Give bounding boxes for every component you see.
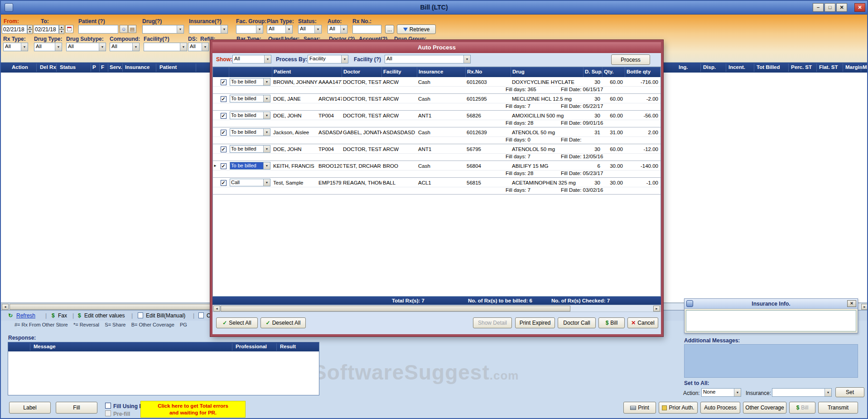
fill-button[interactable]: Fill (56, 402, 97, 414)
row-checkbox[interactable] (217, 146, 229, 152)
col-margin-2[interactable]: Margin (863, 64, 867, 70)
facility-select[interactable]: ▼ (144, 43, 187, 51)
row-checkbox[interactable] (217, 96, 229, 102)
to-date-spinner[interactable]: ▲▼ (59, 25, 64, 34)
scroll-thumb[interactable] (221, 306, 570, 312)
fax-button[interactable]: Fax (58, 312, 67, 319)
scroll-right-icon[interactable]: ► (653, 306, 660, 312)
select-all-button[interactable]: ✓Select All (216, 317, 258, 328)
edit-other-values-button[interactable]: Edit other values (84, 312, 125, 319)
fac-group-select[interactable]: ▼ (236, 25, 263, 34)
rx-row[interactable]: To be billed▼ DOE, JOHN TP004 DOCTOR, TE… (213, 111, 661, 127)
process-button[interactable]: Process (611, 54, 650, 65)
refresh-link[interactable]: Refresh (16, 312, 35, 319)
scroll-right-icon[interactable]: ► (861, 304, 868, 310)
insurance-info-close-icon[interactable]: ✕ (847, 300, 856, 307)
drug-select[interactable]: ▼ (142, 25, 184, 34)
modal-facility-select[interactable]: All▼ (385, 55, 471, 63)
doctor-call-button[interactable]: Doctor Call (558, 317, 596, 328)
from-date-spinner[interactable]: ▲▼ (27, 25, 33, 34)
col-incent[interactable]: Incent. (728, 64, 745, 70)
rx-row[interactable]: To be billed▼ Jackson, Aislee ASDASDA GA… (213, 127, 661, 144)
col-p[interactable]: P (92, 64, 96, 70)
action-combo[interactable]: To be billed▼ (230, 78, 270, 86)
fill-using-bill-qty-checkbox[interactable] (105, 403, 111, 410)
more-button[interactable]: ... (385, 25, 394, 34)
plan-type-select[interactable]: All▼ (267, 25, 293, 34)
status-select[interactable]: All▼ (298, 25, 322, 34)
other-coverage-button[interactable]: Other Coverage (743, 402, 786, 414)
set-action-select[interactable]: None▼ (701, 388, 741, 397)
print-expired-button[interactable]: Print Expired (515, 317, 555, 328)
col-f[interactable]: F (101, 64, 104, 70)
drug-subtype-select[interactable]: All▼ (66, 43, 106, 51)
mcol-facility[interactable]: Facility (382, 67, 417, 77)
patient-input[interactable] (78, 25, 118, 34)
cancel-button[interactable]: ✕Cancel (627, 317, 658, 328)
rx-row[interactable]: To be billed▼ BROWN, JOHNNY AAAA1477 DOC… (213, 77, 661, 94)
row-checkbox[interactable] (217, 180, 229, 186)
rx-type-select[interactable]: All▼ (3, 43, 28, 51)
edit-bill-manual-button[interactable]: Edit Bill(Manual) (146, 312, 185, 319)
insurance-info-titlebar[interactable]: Insurance Info. ✕ (685, 299, 858, 309)
col-action[interactable]: Action (12, 64, 28, 70)
action-combo[interactable]: To be billed▼ (230, 145, 270, 153)
scroll-left-icon[interactable]: ◄ (2, 304, 9, 310)
auto-select[interactable]: All▼ (328, 25, 347, 34)
col-serv[interactable]: Serv. (110, 64, 122, 70)
maximize-button[interactable]: □ (825, 3, 835, 12)
row-checkbox[interactable] (217, 79, 229, 85)
action-combo[interactable]: To be billed▼ (230, 128, 270, 136)
drug-type-select[interactable]: All▼ (34, 43, 62, 51)
col-tot-billed[interactable]: Tot Billed (757, 64, 780, 70)
col-insurance[interactable]: Insurance (125, 64, 149, 70)
mcol-qty[interactable]: Qty. (603, 67, 625, 77)
patient-list-icon[interactable]: ▤ (128, 25, 136, 33)
rx-row[interactable]: Call▼ Test, Sample EMP15791 REAGAN, THOM… (213, 178, 661, 195)
row-checkbox[interactable] (217, 163, 229, 169)
action-combo[interactable]: To be billed▼ (230, 112, 270, 119)
prior-auth-button[interactable]: Prior Auth. (659, 402, 698, 414)
retrieve-button[interactable]: Retrieve (397, 24, 436, 34)
show-select[interactable]: All▼ (232, 55, 271, 63)
ds-select[interactable]: All▼ (188, 43, 209, 51)
auto-process-title[interactable]: Auto Process (212, 42, 661, 53)
set-button[interactable]: Set (835, 387, 864, 397)
print-button[interactable]: Print (623, 402, 656, 414)
close-button[interactable]: ✕ (854, 3, 865, 12)
mcol-bottle-qty[interactable]: Bottle qty (625, 67, 661, 77)
calendar-icon[interactable] (65, 25, 73, 33)
deselect-all-button[interactable]: ✓Deselect All (260, 317, 306, 328)
total-errors-notice[interactable]: Click here to get Total errors and waiti… (140, 401, 246, 418)
mcol-doctor[interactable]: Doctor (342, 67, 382, 77)
row-checkbox[interactable] (217, 129, 229, 136)
modal-hscrollbar[interactable]: ◄ ► (212, 305, 661, 312)
to-date-input[interactable] (34, 25, 59, 34)
compound-select[interactable]: All▼ (110, 43, 140, 51)
mcol-drug[interactable]: Drug (511, 67, 583, 77)
auto-process-button[interactable]: Auto Process (700, 402, 740, 414)
restore-button[interactable]: ✕ (836, 3, 847, 12)
col-status[interactable]: Status (60, 64, 76, 70)
mcol-insurance[interactable]: Insurance (417, 67, 466, 77)
mcol-rx-no[interactable]: Rx.No (466, 67, 511, 77)
rx-row[interactable]: To be billed▼ DOE, JANE ARCW147 DOCTOR, … (213, 94, 661, 111)
set-insurance-select[interactable]: ▼ (772, 388, 832, 397)
action-combo[interactable]: Call▼ (230, 179, 270, 186)
modal-bill-button[interactable]: $Bill (598, 317, 625, 328)
col-flat-st[interactable]: Flat. ST (819, 64, 838, 70)
row-checkbox[interactable] (217, 112, 229, 119)
action-combo[interactable]: To be billed▼ (230, 95, 270, 102)
action-combo[interactable]: To be billed▼ (230, 162, 270, 170)
transmit-button[interactable]: Transmit (818, 402, 858, 414)
rx-row[interactable]: To be billed▼ DOE, JOHN TP004 DOCTOR, TE… (213, 144, 661, 161)
mcol-d-sup[interactable]: D. Sup. (583, 67, 603, 77)
insurance-select[interactable]: ▼ (189, 25, 228, 34)
col-disp[interactable]: Disp. (703, 64, 716, 70)
col-ing[interactable]: Ing. (679, 64, 688, 70)
col-margin[interactable]: Margin (845, 64, 863, 70)
label-button[interactable]: Label (9, 402, 51, 414)
col-perc-st[interactable]: Perc. ST (791, 64, 812, 70)
rx-no-input[interactable] (352, 25, 381, 34)
mcol-patient[interactable]: Patient (272, 67, 342, 77)
